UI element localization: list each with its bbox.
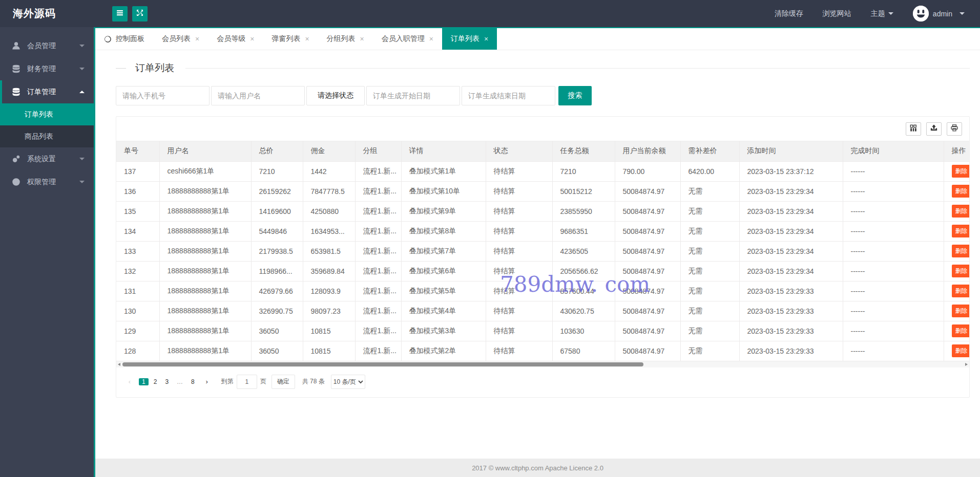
print-button[interactable] [947, 122, 962, 136]
jump-suffix-label: 页 [260, 377, 266, 386]
delete-button[interactable]: 删除 [952, 225, 970, 237]
close-icon[interactable]: × [360, 35, 364, 42]
sidebar-item-permissions[interactable]: 权限管理 [0, 170, 94, 193]
delete-button[interactable]: 删除 [952, 165, 970, 178]
theme-label: 主题 [871, 9, 885, 17]
sidebar-item-label: 会员管理 [27, 41, 79, 51]
page-button[interactable]: 1 [139, 378, 149, 385]
user-menu[interactable]: admin [913, 6, 965, 21]
delete-button[interactable]: 删除 [952, 305, 970, 317]
tab-order-list[interactable]: 订单列表× [442, 28, 497, 50]
chevron-down-icon [960, 12, 965, 15]
next-page-button[interactable]: › [200, 375, 214, 389]
search-button[interactable]: 搜索 [558, 86, 592, 105]
content: 订单列表 请选择状态 搜索 单号用户名总价佣金分组详情状态任务总额用户当前余额需 [95, 50, 980, 398]
export-button[interactable] [926, 122, 942, 136]
table-cell: ceshi666第1单 [159, 161, 251, 181]
action-cell: 删除 [944, 201, 969, 221]
table-cell: 5449846 [251, 221, 303, 241]
table-row: 12918888888888第1单3605010815流程1.新...叠加模式第… [116, 321, 969, 341]
tab-member-level[interactable]: 会员等级× [208, 28, 263, 50]
table-cell: 136 [116, 181, 159, 201]
table-cell: 无需 [680, 341, 739, 361]
close-icon[interactable]: × [305, 35, 309, 42]
database-icon [12, 64, 20, 73]
confirm-button[interactable]: 确定 [272, 375, 295, 389]
prev-page-button[interactable]: ‹ [122, 375, 137, 389]
table-cell: 流程1.新... [355, 241, 401, 261]
page-button[interactable]: 8 [188, 378, 198, 385]
sidebar-item-finance[interactable]: 财务管理 [0, 57, 94, 80]
scroll-right-arrow-icon[interactable] [963, 361, 969, 367]
menu-toggle-button[interactable] [112, 6, 128, 21]
clear-cache-link[interactable]: 清除缓存 [775, 9, 803, 18]
table-cell: 7210 [251, 161, 303, 181]
close-icon[interactable]: × [484, 35, 488, 42]
scroll-left-arrow-icon[interactable] [116, 361, 122, 367]
filter-columns-icon [910, 124, 917, 133]
table-cell: 129 [116, 321, 159, 341]
table-cell: 2023-03-15 23:29:34 [739, 261, 843, 281]
table-row: 13518888888888第1单141696004250880流程1.新...… [116, 201, 969, 221]
page-button[interactable]: 3 [162, 378, 172, 385]
table-cell: 流程1.新... [355, 161, 401, 181]
delete-button[interactable]: 删除 [952, 324, 970, 337]
pagination: ‹ 123…8 › 到第 页 确定 共 78 条 10 条/页 [116, 367, 969, 397]
table-cell: 50084874.97 [615, 181, 680, 201]
sidebar-subitem-goods-list[interactable]: 商品列表 [0, 125, 94, 147]
column-header: 添加时间 [739, 141, 843, 161]
table-cell: 790.00 [615, 161, 680, 181]
tab-dashboard[interactable]: 控制面板 [95, 28, 153, 50]
table-cell: 流程1.新... [355, 341, 401, 361]
username-input[interactable] [211, 86, 305, 105]
delete-button[interactable]: 删除 [952, 205, 970, 218]
table-cell: 待结算 [486, 281, 552, 301]
status-select[interactable]: 请选择状态 [306, 86, 365, 105]
table-cell: 1442 [303, 161, 355, 181]
table-cell: 359689.84 [303, 261, 355, 281]
sidebar-item-orders[interactable]: 订单管理 [0, 80, 94, 103]
close-icon[interactable]: × [195, 35, 199, 42]
filter-columns-button[interactable] [906, 122, 921, 136]
table-cell: 流程1.新... [355, 221, 401, 241]
close-icon[interactable]: × [250, 35, 254, 42]
tab-popup-list[interactable]: 弹窗列表× [263, 28, 318, 50]
table-cell: 叠加模式第8单 [401, 221, 486, 241]
browse-site-link[interactable]: 浏览网站 [823, 9, 851, 18]
delete-button[interactable]: 删除 [952, 185, 970, 198]
tab-member-list[interactable]: 会员列表× [153, 28, 208, 50]
header-right: 清除缓存 浏览网站 主题 admin [775, 6, 980, 21]
jump-page-input[interactable] [237, 375, 257, 389]
action-cell: 删除 [944, 341, 969, 361]
sidebar-subitem-order-list[interactable]: 订单列表 [0, 103, 94, 125]
table-cell: ------ [843, 341, 944, 361]
phone-input[interactable] [116, 86, 210, 105]
scrollbar-thumb[interactable] [122, 362, 643, 366]
column-header: 状态 [486, 141, 552, 161]
column-header: 分组 [355, 141, 401, 161]
chevron-down-icon [888, 12, 893, 15]
tab-member-onboard[interactable]: 会员入职管理× [373, 28, 442, 50]
end-date-input[interactable] [462, 86, 555, 105]
table-cell: 18888888888第1单 [159, 341, 251, 361]
orders-table: 单号用户名总价佣金分组详情状态任务总额用户当前余额需补差价添加时间完成时间操作 … [116, 141, 969, 361]
close-icon[interactable]: × [429, 35, 433, 42]
table-cell: 10815 [303, 341, 355, 361]
delete-button[interactable]: 删除 [952, 344, 970, 357]
sidebar-item-system[interactable]: 系统设置 [0, 147, 94, 170]
tab-label: 订单列表 [451, 34, 479, 44]
tab-label: 分组列表 [327, 34, 356, 44]
delete-button[interactable]: 删除 [952, 245, 970, 257]
per-page-select[interactable]: 10 条/页 [331, 375, 365, 389]
fullscreen-button[interactable] [132, 6, 148, 21]
start-date-input[interactable] [366, 86, 460, 105]
delete-button[interactable]: 删除 [952, 265, 970, 277]
table-cell: 待结算 [486, 181, 552, 201]
sidebar-item-members[interactable]: 会员管理 [0, 34, 94, 57]
theme-dropdown[interactable]: 主题 [871, 9, 893, 18]
delete-button[interactable]: 删除 [952, 285, 970, 297]
action-cell: 删除 [944, 221, 969, 241]
page-button[interactable]: 2 [151, 378, 160, 385]
table-cell: 6420.00 [680, 161, 739, 181]
tab-group-list[interactable]: 分组列表× [318, 28, 373, 50]
